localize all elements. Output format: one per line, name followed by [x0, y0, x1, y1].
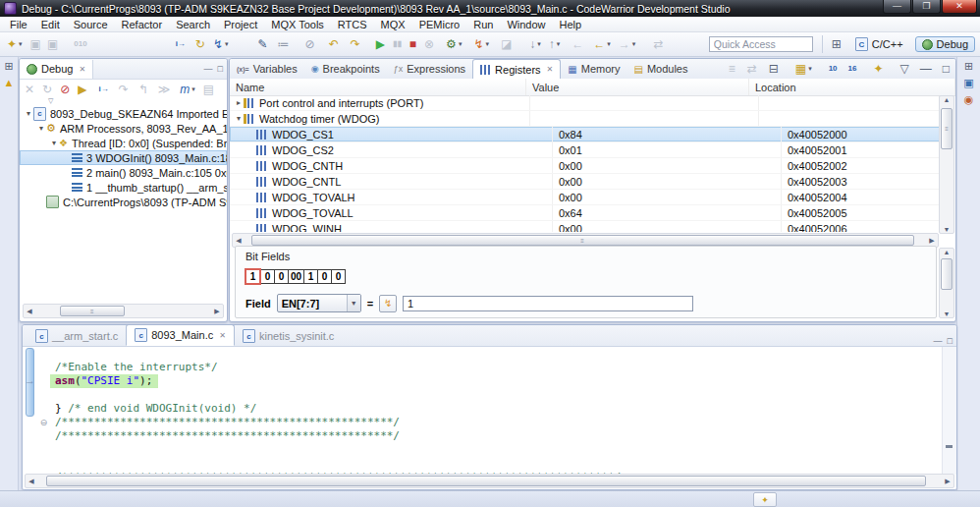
flash-programmer-button[interactable]: ↯▾ — [471, 35, 491, 53]
menu-help[interactable]: Help — [553, 19, 589, 30]
toolbar-overflow-chevron[interactable]: ▽ — [20, 98, 227, 106]
menu-window[interactable]: Window — [500, 19, 552, 30]
tab-expressions[interactable]: ƒxExpressions — [387, 60, 472, 79]
bit-cell[interactable]: 0 — [275, 269, 289, 284]
code-line[interactable]: /***************************************… — [55, 416, 942, 429]
commander-view-icon[interactable]: ▲ — [4, 77, 15, 88]
link-with-editor-button[interactable]: ⇄ — [651, 35, 665, 53]
field-format-button[interactable]: ↯ — [379, 295, 397, 312]
scroll-right-icon[interactable]: ▶ — [211, 308, 223, 315]
save-all-button[interactable]: ▣ — [45, 35, 60, 53]
next-annotation-button[interactable]: ↓▾ — [527, 35, 543, 53]
disconnect-button[interactable]: ⊗ — [422, 35, 436, 53]
multicore-resume-button[interactable]: ▶ — [76, 81, 88, 98]
folding-column[interactable]: ⊖⊖ — [37, 347, 50, 475]
scrollbar-thumb[interactable]: ≡ — [941, 108, 953, 149]
scroll-down-icon[interactable]: ▼ — [940, 310, 953, 317]
editor-tab-8093-main-c[interactable]: c8093_Main.c✕ — [126, 324, 235, 346]
register-row[interactable]: WDOG_TOVALH0x000x40052004 — [230, 190, 941, 205]
maximize-view-button[interactable]: □ — [941, 60, 952, 78]
remove-all-terminated-button[interactable]: ✕ — [23, 81, 36, 98]
field-select[interactable]: EN[7:7] ▼ — [277, 294, 361, 312]
scroll-right-icon[interactable]: ▶ — [926, 237, 938, 245]
editor-horizontal-scrollbar[interactable]: ◀ ▶ — [25, 474, 954, 488]
tab-breakpoints[interactable]: ◉Breakpoints — [304, 60, 387, 79]
restore-button[interactable]: ❐ — [912, 0, 941, 14]
register-row[interactable]: WDOG_CS10x840x40052000 — [230, 127, 941, 142]
menu-search[interactable]: Search — [169, 19, 217, 30]
show-details-button[interactable]: ≡ — [727, 60, 737, 78]
code-line[interactable] — [55, 347, 942, 361]
register-row[interactable]: WDOG_WINH0x000x40052006 — [230, 221, 941, 232]
twisty-icon[interactable]: ▾ — [24, 109, 33, 118]
scroll-down-icon[interactable]: ▼ — [940, 226, 953, 233]
show-whitespace-button[interactable]: ≔ — [276, 35, 292, 53]
disconnect-target-button[interactable]: ⊘ — [58, 81, 72, 98]
menu-pemicro[interactable]: PEMicro — [412, 19, 467, 30]
scroll-up-icon[interactable]: ▲ — [940, 249, 953, 255]
debug-tree-item[interactable]: 3 WDOGInit() 8093_Main.c:187 0 — [20, 150, 227, 165]
close-tab-icon[interactable]: ✕ — [219, 331, 226, 340]
twisty-icon[interactable]: ▾ — [49, 139, 59, 147]
debug-tree-item[interactable]: ▾❖Thread [ID: 0x0] (Suspended: Break — [20, 136, 227, 150]
column-header-location[interactable]: Location — [749, 79, 955, 95]
close-button[interactable]: ✕ — [942, 0, 977, 14]
reset-target-button[interactable]: ↶ — [327, 35, 341, 53]
code-line[interactable]: /***************************************… — [55, 429, 942, 443]
bit-cell[interactable]: 1 — [304, 269, 318, 284]
relaunch-button[interactable]: ↻ — [40, 81, 54, 98]
register-row[interactable]: WDOG_CNTL0x000x40052003 — [230, 174, 941, 190]
restore-pane-icon[interactable]: ⊞ — [4, 60, 13, 72]
add-register-group-button[interactable]: ✦ — [871, 60, 885, 78]
bit-cell[interactable]: 0 — [261, 269, 275, 284]
scrollbar-thumb[interactable]: ≡ — [60, 306, 125, 316]
debug-tree-item[interactable]: ▾⚙ARM Processors, 8093_Rev_AA_1.elf (S — [20, 121, 227, 136]
launch-progress-button[interactable]: ✦ — [753, 492, 777, 507]
tab-memory[interactable]: ▦Memory — [561, 60, 626, 79]
open-perspective-button[interactable]: ⊞ — [830, 35, 844, 53]
bit-cell[interactable]: 0 — [318, 269, 332, 284]
close-tab-icon[interactable]: ✕ — [79, 65, 85, 74]
annotation-mark[interactable] — [946, 445, 953, 448]
last-edit-location-button[interactable]: ← — [570, 35, 585, 53]
new-wizard-button[interactable]: ✦▾ — [5, 35, 25, 53]
step-over-button[interactable]: ↷ — [117, 81, 131, 98]
minimize-view-button[interactable]: — — [918, 60, 934, 78]
chevron-down-icon[interactable]: ▼ — [347, 295, 360, 311]
minimize-button[interactable]: — — [883, 0, 911, 14]
menu-mqx[interactable]: MQX — [374, 19, 412, 30]
menu-project[interactable]: Project — [217, 19, 264, 30]
scroll-up-icon[interactable]: ▲ — [940, 96, 953, 103]
register-row[interactable]: WDOG_TOVALL0x640x40052005 — [230, 205, 941, 221]
minimize-view-button[interactable]: — — [934, 336, 943, 346]
step-into-selection-button[interactable]: i→ — [174, 35, 188, 53]
refresh-debug-button[interactable]: ↻ — [193, 35, 207, 53]
menu-file[interactable]: File — [3, 19, 34, 30]
debug-tree-item[interactable]: ▾c8093_Debug_SKEAZN64 Imported Executa — [20, 106, 227, 121]
previous-annotation-button[interactable]: ↑▾ — [547, 35, 563, 53]
tab-registers[interactable]: Registers✕ — [472, 59, 561, 79]
menu-refactor[interactable]: Refactor — [115, 19, 170, 30]
scroll-left-icon[interactable]: ◀ — [233, 237, 245, 245]
save-button[interactable]: ▣ — [28, 35, 43, 53]
pin-editor-button[interactable]: ✎ — [256, 35, 270, 53]
editor-tab--arm-start-c[interactable]: c__arm_start.c — [27, 326, 126, 346]
bitfields-vertical-scrollbar[interactable]: ▲ ▼ — [939, 248, 954, 318]
editor-tab-kinetis-sysinit-c[interactable]: ckinetis_sysinit.c — [235, 326, 342, 346]
resume-button[interactable]: ▶ — [374, 35, 387, 53]
tab-variables[interactable]: (x)=Variables — [230, 60, 304, 79]
layout-button[interactable]: ▦▾ — [793, 60, 814, 78]
code-line[interactable]: } /* end void WDOGInit(void) */ — [55, 402, 942, 416]
register-row[interactable]: WDOG_CNTH0x000x40052002 — [230, 158, 941, 174]
maximize-view-button[interactable]: □ — [218, 64, 223, 74]
tab-modules[interactable]: ▤Modules — [626, 60, 694, 79]
registers-vertical-scrollbar[interactable]: ▲ ≡ ▼ — [939, 95, 954, 234]
register-group-row[interactable]: ▸Port control and interrupts (PORT) — [230, 95, 941, 111]
debug-configurations-button[interactable]: ↯▾ — [211, 35, 231, 53]
column-header-value[interactable]: Value — [526, 79, 749, 95]
code-line[interactable] — [55, 457, 942, 471]
register-row[interactable]: WDOG_CS20x010x40052001 — [230, 142, 941, 158]
overview-ruler[interactable] — [942, 347, 956, 475]
column-header-name[interactable]: Name — [230, 79, 526, 95]
scrollbar-thumb[interactable] — [941, 258, 953, 290]
